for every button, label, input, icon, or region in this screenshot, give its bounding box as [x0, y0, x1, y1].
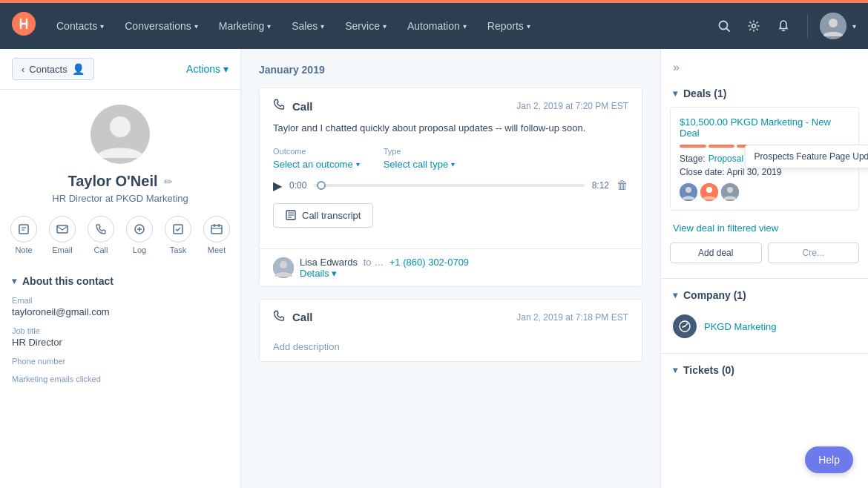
user-menu-caret[interactable]: ▾	[852, 22, 856, 30]
type-meta: Type Select call type ▾	[384, 147, 455, 170]
back-to-contacts-button[interactable]: ‹ Contacts 👤	[12, 58, 94, 80]
call-header-left: Call	[273, 99, 313, 113]
timeline-month: January 2019	[259, 64, 642, 76]
svg-rect-8	[19, 225, 28, 234]
task-label: Task	[170, 245, 187, 254]
section-divider-1	[661, 278, 868, 279]
tickets-section-header[interactable]: ▾ Tickets (0)	[661, 357, 868, 383]
task-button[interactable]: Task	[165, 216, 191, 254]
add-deal-button[interactable]: Add deal	[670, 243, 762, 263]
notifications-icon-btn[interactable]	[772, 14, 795, 38]
tooltip-popup: Prospects Feature Page Updates - Google …	[745, 145, 868, 168]
right-collapse-btn[interactable]: »	[661, 55, 868, 80]
view-deal-link[interactable]: View deal in filtered view	[661, 217, 868, 240]
email-field-row: Email tayloroneil@gmail.com	[12, 296, 228, 317]
transcript-button[interactable]: Call transcript	[273, 203, 373, 228]
caller-phone: +1 (860) 302-0709	[389, 257, 469, 268]
nav-conversations-chevron: ▾	[194, 22, 198, 30]
deal-title[interactable]: $10,500.00 PKGD Marketing - New Deal	[680, 116, 849, 139]
left-sidebar: ‹ Contacts 👤 Actions ▾ Taylor O'Neil ✏ H…	[0, 49, 241, 488]
svg-point-31	[727, 187, 733, 193]
email-icon-circle	[49, 216, 76, 243]
main-layout: ‹ Contacts 👤 Actions ▾ Taylor O'Neil ✏ H…	[0, 49, 868, 488]
create-deal-button[interactable]: Cre...	[768, 243, 860, 263]
nav-contacts[interactable]: Contacts ▾	[47, 14, 113, 38]
call-timestamp-1: Jan 2, 2019 at 7:20 PM EST	[516, 101, 628, 111]
call-card-2-header: Call Jan 2, 2019 at 7:18 PM EST	[260, 300, 642, 332]
caller-to: to …	[364, 257, 384, 268]
sidebar-header: ‹ Contacts 👤 Actions ▾	[0, 49, 240, 90]
call-header-left-2: Call	[273, 310, 313, 325]
audio-current-time: 0:00	[289, 180, 306, 191]
call-icon-circle	[88, 216, 114, 243]
deal-avatar-3	[721, 183, 739, 201]
call-phone-icon	[273, 99, 285, 113]
marketing-field-row: Marketing emails clicked	[12, 375, 228, 383]
svg-point-3	[752, 24, 756, 28]
svg-rect-15	[174, 225, 183, 234]
type-select[interactable]: Select call type ▾	[384, 159, 455, 170]
help-button[interactable]: Help	[805, 446, 853, 473]
tickets-chevron-icon: ▾	[673, 365, 677, 375]
nav-reports[interactable]: Reports ▾	[479, 14, 539, 38]
nav-sales[interactable]: Sales ▾	[283, 14, 333, 38]
log-label: Log	[133, 245, 146, 254]
company-section-header[interactable]: ▾ Company (1)	[661, 282, 868, 309]
call-label-2: Call	[292, 311, 313, 323]
svg-rect-11	[57, 225, 68, 233]
nav-divider	[807, 14, 808, 38]
svg-point-5	[829, 19, 838, 27]
note-icon-circle	[10, 216, 37, 243]
play-button[interactable]: ▶	[273, 179, 282, 193]
add-description-placeholder[interactable]: Add description	[260, 332, 642, 361]
nav-service[interactable]: Service ▾	[336, 14, 395, 38]
call-card-2: Call Jan 2, 2019 at 7:18 PM EST Add desc…	[259, 299, 642, 362]
nav-sales-chevron: ▾	[320, 22, 324, 30]
audio-player-row: ▶ 0:00 8:12 🗑	[273, 179, 628, 193]
email-label: Email	[52, 245, 73, 254]
call-timestamp-2: Jan 2, 2019 at 7:18 PM EST	[516, 312, 628, 323]
email-button[interactable]: Email	[49, 216, 76, 254]
jobtitle-field-label: Job title	[12, 326, 228, 335]
log-button[interactable]: Log	[126, 216, 153, 254]
user-avatar[interactable]	[820, 13, 846, 39]
svg-point-1	[720, 22, 728, 30]
settings-icon-btn[interactable]	[742, 14, 766, 38]
nav-marketing[interactable]: Marketing ▾	[210, 14, 280, 38]
outcome-label: Outcome	[273, 147, 360, 156]
svg-point-29	[706, 187, 712, 193]
deals-section: ▾ Deals (1) $10,500.00 PKGD Marketing - …	[661, 80, 868, 275]
audio-total-time: 8:12	[592, 180, 609, 191]
note-button[interactable]: Note	[10, 216, 37, 254]
contact-name: Taylor O'Neil	[68, 173, 157, 190]
tickets-section: ▾ Tickets (0)	[661, 357, 868, 389]
call-label: Call	[94, 245, 108, 254]
jobtitle-field-row: Job title HR Director	[12, 326, 228, 348]
contact-profile: Taylor O'Neil ✏ HR Director at PKGD Mark…	[0, 90, 240, 266]
nav-automation[interactable]: Automation ▾	[398, 14, 476, 38]
details-link[interactable]: Details ▾	[300, 268, 475, 279]
company-name[interactable]: PKGD Marketing	[704, 321, 777, 332]
phone-field-row: Phone number	[12, 357, 228, 366]
outcome-select[interactable]: Select an outcome ▾	[273, 159, 360, 170]
search-icon-btn[interactable]	[712, 14, 736, 38]
contact-action-buttons: Note Email Call	[10, 216, 230, 254]
meet-button[interactable]: Meet	[203, 216, 230, 254]
collapse-icon: »	[673, 61, 680, 74]
back-chevron-icon: ‹	[22, 64, 24, 75]
email-field-value: tayloroneil@gmail.com	[12, 306, 228, 317]
about-header[interactable]: ▾ About this contact	[12, 266, 228, 296]
details-chevron-icon: ▾	[332, 268, 337, 279]
section-divider-2	[661, 353, 868, 354]
nav-conversations[interactable]: Conversations ▾	[116, 14, 207, 38]
right-sidebar: » ▾ Deals (1) $10,500.00 PKGD Marketing …	[660, 49, 868, 488]
hubspot-logo[interactable]	[12, 12, 36, 41]
company-item[interactable]: PKGD Marketing	[661, 309, 868, 344]
actions-button[interactable]: Actions ▾	[186, 63, 228, 75]
deals-section-header[interactable]: ▾ Deals (1)	[661, 80, 868, 107]
outcome-chevron-icon: ▾	[356, 160, 360, 168]
call-button[interactable]: Call	[88, 216, 114, 254]
edit-name-icon[interactable]: ✏	[164, 176, 173, 188]
audio-delete-icon[interactable]: 🗑	[617, 179, 628, 192]
audio-scrubber[interactable]	[314, 184, 584, 187]
